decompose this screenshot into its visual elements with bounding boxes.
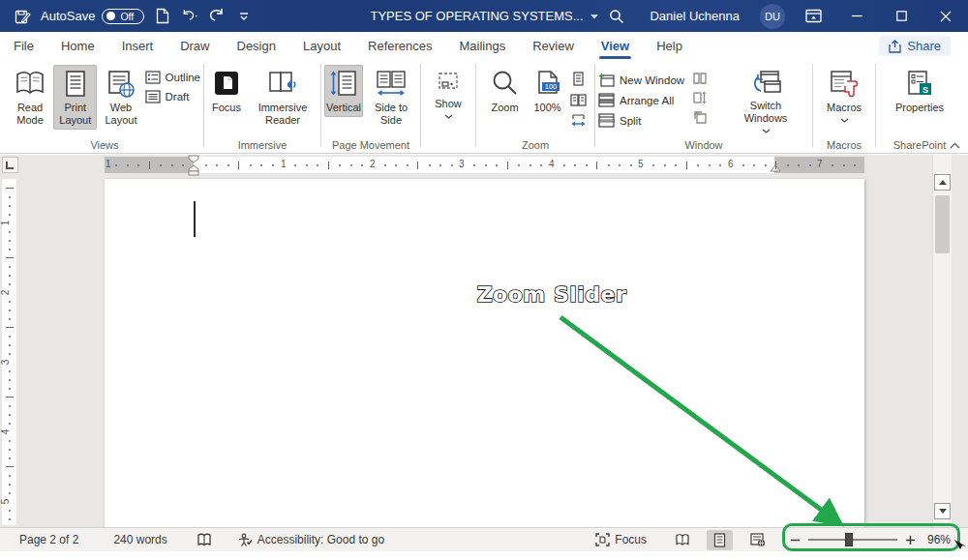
side-to-side-button[interactable]: Side to Side <box>365 65 417 130</box>
share-button[interactable]: Share <box>879 36 951 56</box>
scrollbar-thumb[interactable] <box>935 195 950 253</box>
web-layout-view-button[interactable] <box>744 530 771 550</box>
zoom-out-icon[interactable] <box>790 535 801 545</box>
split-icon <box>598 113 615 128</box>
tab-help[interactable]: Help <box>643 32 696 60</box>
arrange-all-button[interactable]: Arrange All <box>598 93 684 107</box>
tab-draw[interactable]: Draw <box>166 32 223 60</box>
tab-selector[interactable] <box>2 157 18 173</box>
one-page-button[interactable] <box>570 72 587 87</box>
switch-windows-button[interactable]: Switch Windows <box>722 65 809 136</box>
user-name[interactable]: Daniel Uchenna <box>637 0 752 32</box>
properties-button[interactable]: S Properties <box>891 65 949 117</box>
ruler-number: 6 <box>728 159 734 169</box>
reset-window-position-button[interactable] <box>692 110 708 124</box>
read-mode-button[interactable]: Read Mode <box>9 65 51 130</box>
read-mode-label: Read Mode <box>14 102 46 127</box>
svg-text:S: S <box>923 85 928 95</box>
read-mode-view-button[interactable] <box>669 530 695 550</box>
tab-view[interactable]: View <box>588 32 643 60</box>
page-indicator[interactable]: Page 2 of 2 <box>0 528 87 552</box>
autosave-state: Off <box>120 11 134 22</box>
tab-layout[interactable]: Layout <box>289 32 354 60</box>
save-icon[interactable] <box>14 8 31 25</box>
maximize-button[interactable] <box>879 0 923 32</box>
tab-insert[interactable]: Insert <box>108 32 167 60</box>
zoom-percentage[interactable]: 96% <box>923 533 951 546</box>
close-button[interactable] <box>923 0 968 32</box>
autosave-toggle[interactable]: Off <box>102 9 144 24</box>
view-side-by-side-button[interactable] <box>692 72 708 85</box>
show-icon <box>436 70 461 95</box>
immersive-reader-icon <box>266 70 299 99</box>
indent-markers[interactable] <box>187 155 200 176</box>
status-bar: Page 2 of 2 240 words Accessibility: Goo… <box>0 527 968 551</box>
ruler-number: 1 <box>281 159 287 169</box>
document-title[interactable]: TYPES OF OPERATING SYSTEMS... <box>370 9 583 23</box>
focus-mode-icon <box>595 533 610 546</box>
page-width-button[interactable] <box>570 114 587 130</box>
vertical-ruler[interactable]: 1 2 3 4 5 <box>2 179 16 525</box>
synchronous-scrolling-button[interactable] <box>692 91 708 104</box>
web-layout-button[interactable]: Web Layout <box>99 65 142 130</box>
ribbon-display-options-icon[interactable] <box>793 0 834 32</box>
macros-icon <box>828 70 861 99</box>
redo-icon[interactable] <box>208 8 226 25</box>
scroll-up-button[interactable] <box>934 174 951 191</box>
zoom-slider-track[interactable] <box>808 539 897 541</box>
share-label: Share <box>907 39 941 53</box>
quick-access-toolbar: AutoSave Off <box>0 8 253 25</box>
ruler-number: 5 <box>638 159 644 169</box>
group-views: Read Mode Print Layout Web Layout Outlin… <box>6 60 203 153</box>
title-bar: AutoSave Off TYPES OF OPERATING SYSTEMS.… <box>0 0 968 32</box>
print-layout-view-button[interactable] <box>707 530 733 550</box>
tab-review[interactable]: Review <box>519 32 588 60</box>
zoom-button[interactable]: Zoom <box>485 65 526 117</box>
new-document-icon[interactable] <box>154 8 171 25</box>
accessibility-status[interactable]: Accessibility: Good to go <box>228 528 393 552</box>
outline-label: Outline <box>166 72 200 83</box>
multiple-pages-button[interactable] <box>570 93 587 108</box>
undo-icon[interactable] <box>181 8 198 25</box>
ruler-number: 1 <box>0 221 11 226</box>
vertical-label: Vertical <box>326 102 361 114</box>
show-button[interactable]: Show <box>429 65 468 122</box>
horizontal-ruler[interactable]: 1 1 2 3 4 5 6 7 <box>105 157 864 173</box>
tab-design[interactable]: Design <box>224 32 289 60</box>
minimize-button[interactable] <box>834 0 879 32</box>
zoom-100-button[interactable]: 100 100% <box>528 65 568 117</box>
group-page-movement: Vertical Side to Side Page Movement <box>321 60 420 153</box>
new-window-button[interactable]: New Window <box>598 73 684 87</box>
split-button[interactable]: Split <box>598 113 684 128</box>
ruler-number: 2 <box>370 159 376 169</box>
tab-file[interactable]: File <box>0 32 47 60</box>
zoom-group-label: Zoom <box>476 139 594 151</box>
avatar[interactable]: DU <box>760 4 785 29</box>
search-icon[interactable] <box>596 0 637 32</box>
switch-windows-label: Switch Windows <box>727 100 804 125</box>
vertical-scrollbar[interactable] <box>932 155 952 527</box>
document-page[interactable] <box>105 179 864 527</box>
vertical-button[interactable]: Vertical <box>324 65 363 117</box>
show-label: Show <box>435 98 462 110</box>
page-movement-group-label: Page Movement <box>321 139 420 151</box>
draft-button[interactable]: Draft <box>145 90 200 103</box>
proofing-icon[interactable] <box>188 528 221 552</box>
ruler-number: 1 <box>106 159 111 169</box>
focus-button[interactable]: Focus <box>207 65 246 117</box>
scroll-down-button[interactable] <box>934 503 951 519</box>
collapse-ribbon-icon[interactable] <box>950 142 960 149</box>
new-window-label: New Window <box>620 74 684 86</box>
customize-qat-icon[interactable] <box>235 8 253 25</box>
immersive-reader-button[interactable]: Immersive Reader <box>248 65 318 130</box>
print-layout-button[interactable]: Print Layout <box>53 65 97 130</box>
word-count[interactable]: 240 words <box>105 528 175 552</box>
outline-button[interactable]: Outline <box>145 71 200 84</box>
tab-home[interactable]: Home <box>47 32 108 60</box>
focus-mode-button[interactable]: Focus <box>587 528 655 552</box>
zoom-in-icon[interactable] <box>905 535 916 545</box>
zoom-slider-thumb[interactable] <box>845 533 853 546</box>
tab-references[interactable]: References <box>354 32 445 60</box>
macros-button[interactable]: Macros <box>822 65 866 126</box>
tab-mailings[interactable]: Mailings <box>446 32 520 60</box>
